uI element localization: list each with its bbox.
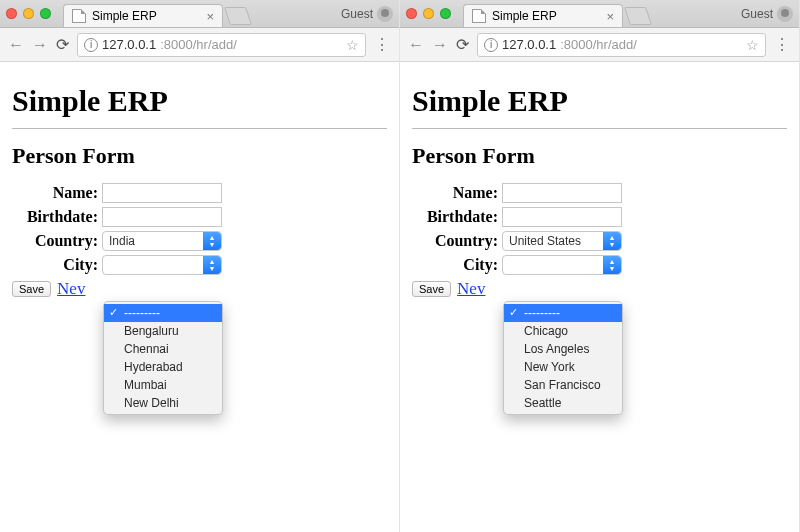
city-option[interactable]: Mumbai bbox=[104, 376, 222, 394]
profile-label: Guest bbox=[741, 7, 773, 21]
city-dropdown-list[interactable]: ✓---------BengaluruChennaiHyderabadMumba… bbox=[103, 301, 223, 415]
city-select[interactable]: ▲▼ bbox=[502, 255, 622, 275]
divider bbox=[412, 128, 787, 129]
save-button[interactable]: Save bbox=[12, 281, 51, 297]
save-button[interactable]: Save bbox=[412, 281, 451, 297]
back-button[interactable]: ← bbox=[8, 36, 24, 54]
bookmark-icon[interactable]: ☆ bbox=[346, 37, 359, 53]
page-content: Simple ERP Person Form Name: Birthdate: … bbox=[0, 62, 399, 307]
city-option[interactable]: Chennai bbox=[104, 340, 222, 358]
avatar-icon bbox=[377, 6, 393, 22]
name-label: Name: bbox=[412, 184, 502, 202]
form-title: Person Form bbox=[412, 143, 787, 169]
form-title: Person Form bbox=[12, 143, 387, 169]
url-path: :8000/hr/add/ bbox=[160, 37, 237, 52]
new-link[interactable]: Nev bbox=[457, 279, 485, 299]
name-input[interactable] bbox=[502, 183, 622, 203]
minimize-window-button[interactable] bbox=[23, 8, 34, 19]
new-link[interactable]: Nev bbox=[57, 279, 85, 299]
browser-tab[interactable]: Simple ERP × bbox=[463, 4, 623, 27]
url-host: 127.0.0.1 bbox=[502, 37, 556, 52]
avatar-icon bbox=[777, 6, 793, 22]
page-title: Simple ERP bbox=[412, 84, 787, 118]
toolbar: ← → ⟳ i 127.0.0.1:8000/hr/add/ ☆ ⋮ bbox=[0, 28, 399, 62]
reload-button[interactable]: ⟳ bbox=[56, 35, 69, 54]
forward-button[interactable]: → bbox=[32, 36, 48, 54]
city-label: City: bbox=[412, 256, 502, 274]
site-info-icon[interactable]: i bbox=[84, 38, 98, 52]
country-label: Country: bbox=[412, 232, 502, 250]
divider bbox=[12, 128, 387, 129]
city-option[interactable]: Bengaluru bbox=[104, 322, 222, 340]
page-icon bbox=[472, 9, 486, 23]
city-option[interactable]: Seattle bbox=[504, 394, 622, 412]
country-select[interactable]: India ▲▼ bbox=[102, 231, 222, 251]
city-option[interactable]: Los Angeles bbox=[504, 340, 622, 358]
tab-bar: Simple ERP × Guest bbox=[400, 0, 799, 28]
browser-window-left: Simple ERP × Guest ← → ⟳ i 127.0.0.1:800… bbox=[0, 0, 400, 532]
city-option[interactable]: New Delhi bbox=[104, 394, 222, 412]
birthdate-input[interactable] bbox=[102, 207, 222, 227]
site-info-icon[interactable]: i bbox=[484, 38, 498, 52]
city-label: City: bbox=[12, 256, 102, 274]
url-host: 127.0.0.1 bbox=[102, 37, 156, 52]
city-option[interactable]: Hyderabad bbox=[104, 358, 222, 376]
window-controls bbox=[406, 0, 451, 27]
page-icon bbox=[72, 9, 86, 23]
name-label: Name: bbox=[12, 184, 102, 202]
new-tab-button[interactable] bbox=[224, 7, 252, 25]
profile-chip[interactable]: Guest bbox=[741, 0, 793, 27]
toolbar: ← → ⟳ i 127.0.0.1:8000/hr/add/ ☆ ⋮ bbox=[400, 28, 799, 62]
reload-button[interactable]: ⟳ bbox=[456, 35, 469, 54]
city-option[interactable]: San Francisco bbox=[504, 376, 622, 394]
birthdate-label: Birthdate: bbox=[412, 208, 502, 226]
close-tab-icon[interactable]: × bbox=[206, 10, 214, 23]
new-tab-button[interactable] bbox=[624, 7, 652, 25]
select-arrows-icon: ▲▼ bbox=[603, 232, 621, 250]
profile-label: Guest bbox=[341, 7, 373, 21]
city-select[interactable]: ▲▼ bbox=[102, 255, 222, 275]
maximize-window-button[interactable] bbox=[40, 8, 51, 19]
country-label: Country: bbox=[12, 232, 102, 250]
kebab-menu-icon[interactable]: ⋮ bbox=[774, 35, 791, 54]
page-content: Simple ERP Person Form Name: Birthdate: … bbox=[400, 62, 799, 307]
browser-tab[interactable]: Simple ERP × bbox=[63, 4, 223, 27]
url-path: :8000/hr/add/ bbox=[560, 37, 637, 52]
select-arrows-icon: ▲▼ bbox=[203, 232, 221, 250]
country-value: United States bbox=[509, 234, 581, 248]
check-icon: ✓ bbox=[109, 306, 118, 319]
birthdate-label: Birthdate: bbox=[12, 208, 102, 226]
city-option-placeholder[interactable]: ✓--------- bbox=[104, 304, 222, 322]
select-arrows-icon: ▲▼ bbox=[603, 256, 621, 274]
city-option-placeholder[interactable]: ✓--------- bbox=[504, 304, 622, 322]
close-window-button[interactable] bbox=[406, 8, 417, 19]
page-title: Simple ERP bbox=[12, 84, 387, 118]
tab-title: Simple ERP bbox=[92, 9, 157, 23]
profile-chip[interactable]: Guest bbox=[341, 0, 393, 27]
bookmark-icon[interactable]: ☆ bbox=[746, 37, 759, 53]
forward-button[interactable]: → bbox=[432, 36, 448, 54]
city-option[interactable]: New York bbox=[504, 358, 622, 376]
birthdate-input[interactable] bbox=[502, 207, 622, 227]
kebab-menu-icon[interactable]: ⋮ bbox=[374, 35, 391, 54]
tab-bar: Simple ERP × Guest bbox=[0, 0, 399, 28]
country-select[interactable]: United States ▲▼ bbox=[502, 231, 622, 251]
city-dropdown-list[interactable]: ✓---------ChicagoLos AngelesNew YorkSan … bbox=[503, 301, 623, 415]
window-controls bbox=[6, 0, 51, 27]
minimize-window-button[interactable] bbox=[423, 8, 434, 19]
tab-title: Simple ERP bbox=[492, 9, 557, 23]
address-bar[interactable]: i 127.0.0.1:8000/hr/add/ ☆ bbox=[77, 33, 366, 57]
address-bar[interactable]: i 127.0.0.1:8000/hr/add/ ☆ bbox=[477, 33, 766, 57]
back-button[interactable]: ← bbox=[408, 36, 424, 54]
close-window-button[interactable] bbox=[6, 8, 17, 19]
check-icon: ✓ bbox=[509, 306, 518, 319]
select-arrows-icon: ▲▼ bbox=[203, 256, 221, 274]
city-option[interactable]: Chicago bbox=[504, 322, 622, 340]
maximize-window-button[interactable] bbox=[440, 8, 451, 19]
country-value: India bbox=[109, 234, 135, 248]
close-tab-icon[interactable]: × bbox=[606, 10, 614, 23]
browser-window-right: Simple ERP × Guest ← → ⟳ i 127.0.0.1:800… bbox=[400, 0, 800, 532]
name-input[interactable] bbox=[102, 183, 222, 203]
